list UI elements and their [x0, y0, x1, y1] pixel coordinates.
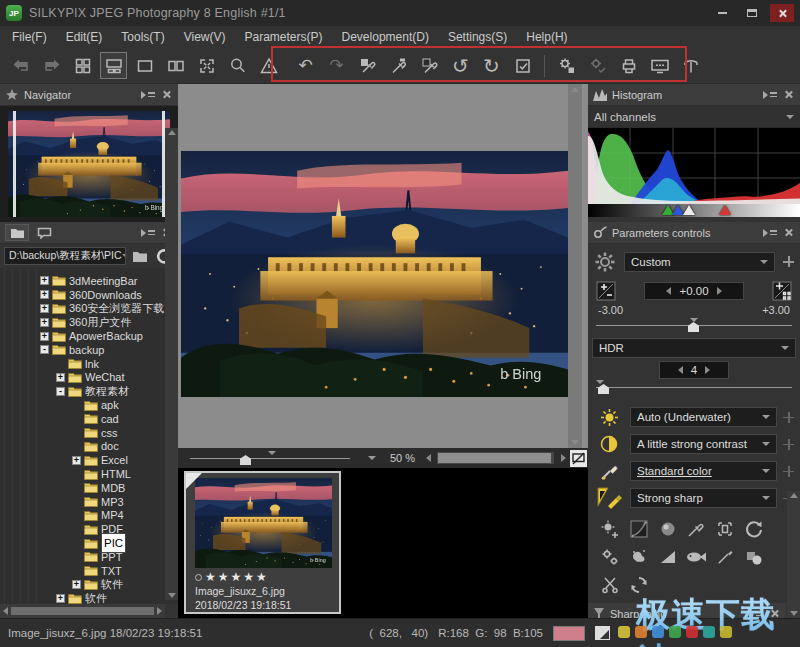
taste-select[interactable]: Custom — [624, 252, 775, 272]
white-balance-tool-button[interactable] — [385, 52, 412, 79]
pan-right-button[interactable] — [556, 450, 570, 466]
channel-select[interactable]: All channels — [588, 106, 800, 128]
dynamic-range-select[interactable]: HDR — [592, 338, 796, 358]
panel-close-icon[interactable] — [784, 228, 793, 237]
tree-expander[interactable]: - — [40, 345, 49, 354]
tone-curve-tool-button[interactable] — [625, 515, 653, 543]
tree-item[interactable]: + Excel — [0, 453, 178, 467]
noise-reduction-tool-button[interactable] — [625, 543, 653, 571]
thumbnail-view-button[interactable] — [69, 52, 96, 79]
ev-slider[interactable] — [596, 317, 792, 333]
spotting-tool-button[interactable] — [596, 571, 624, 599]
rotate-left-button[interactable]: ↺ — [447, 52, 474, 79]
rating-row[interactable]: ★★★★★ — [195, 571, 330, 583]
tree-item[interactable]: + 360Downloads — [0, 288, 178, 302]
dust-removal-tool-button[interactable] — [682, 515, 710, 543]
shapes-tool-button[interactable] — [740, 543, 768, 571]
redo-button[interactable]: ↷ — [323, 52, 350, 79]
zoom-dropdown-button[interactable] — [362, 450, 382, 466]
panel-menu-icon[interactable] — [763, 227, 779, 239]
add-taste-button[interactable] — [783, 256, 794, 267]
previous-image-button[interactable] — [7, 52, 34, 79]
panel-menu-icon[interactable] — [141, 227, 157, 239]
panel-close-icon[interactable] — [162, 90, 171, 99]
tree-horizontal-scrollbar[interactable] — [0, 604, 165, 618]
tree-item[interactable]: cad — [0, 412, 178, 426]
pan-left-button[interactable] — [421, 450, 435, 466]
tree-item[interactable]: HTML — [0, 467, 178, 481]
tree-expander[interactable]: + — [40, 332, 49, 341]
hdr-slider[interactable] — [596, 379, 792, 395]
tree-expander[interactable]: + — [40, 276, 49, 285]
rotate-right-button[interactable]: ↻ — [478, 52, 505, 79]
tree-item[interactable]: + 软件 — [0, 578, 178, 592]
folder-tab[interactable] — [5, 224, 29, 241]
trimming-tool-button[interactable] — [711, 515, 739, 543]
crop-guide-right[interactable] — [162, 111, 165, 217]
rotation-tool-button[interactable] — [740, 515, 768, 543]
auto-exposure-icon[interactable] — [772, 281, 792, 301]
tree-item[interactable]: - 教程素材 — [0, 384, 178, 398]
hdr-slider-thumb[interactable] — [598, 384, 609, 394]
tree-item[interactable]: MDB — [0, 481, 178, 495]
exposure-tool-button[interactable] — [596, 515, 624, 543]
loupe-button[interactable] — [224, 52, 251, 79]
tree-item[interactable]: doc — [0, 440, 178, 454]
color-select[interactable]: Standard color — [630, 461, 777, 481]
white-marker[interactable] — [683, 205, 695, 215]
filmstrip-thumbnail-image[interactable] — [195, 478, 332, 568]
open-folder-button[interactable] — [130, 247, 150, 265]
add-color-button[interactable] — [783, 466, 794, 477]
tree-item[interactable]: + ApowerBackup — [0, 329, 178, 343]
next-image-button[interactable] — [38, 52, 65, 79]
spin-down-icon[interactable] — [666, 287, 671, 295]
ev-spinner[interactable]: +0.00 — [644, 282, 744, 300]
display-settings-button[interactable] — [646, 52, 673, 79]
mark-checkbox-button[interactable] — [509, 52, 536, 79]
warning-display-button[interactable] — [255, 52, 282, 79]
preview-area[interactable] — [178, 84, 588, 448]
comment-tab[interactable] — [32, 224, 56, 241]
menu-item[interactable]: Edit(E) — [66, 30, 103, 44]
customize-button[interactable] — [677, 52, 704, 79]
tree-expander[interactable]: + — [72, 580, 81, 589]
print-button[interactable] — [615, 52, 642, 79]
tree-item[interactable]: + 软件 — [0, 591, 178, 604]
tree-item[interactable]: TXT — [0, 564, 178, 578]
zoom-slider-thumb[interactable] — [240, 455, 251, 465]
spin-down-icon[interactable] — [678, 366, 683, 374]
preview-view-button[interactable] — [131, 52, 158, 79]
tree-item[interactable]: + 3dMeetingBar — [0, 274, 178, 288]
tree-item[interactable]: PIC — [0, 536, 178, 550]
tree-expander[interactable]: + — [56, 373, 65, 382]
menu-item[interactable]: Parameters(P) — [245, 30, 323, 44]
menu-item[interactable]: Help(H) — [526, 30, 567, 44]
tree-item[interactable]: MP4 — [0, 509, 178, 523]
skin-color-tool-button[interactable] — [416, 52, 443, 79]
navigator-thumbnail[interactable] — [8, 111, 170, 217]
zoom-slider[interactable] — [190, 451, 350, 465]
scrollbar-thumb[interactable] — [11, 607, 154, 615]
tree-item[interactable]: MP3 — [0, 495, 178, 509]
reserve-development-button[interactable] — [584, 52, 611, 79]
folder-path-select[interactable]: D:\backup\教程素材\PIC — [4, 247, 126, 265]
highlight-tool-button[interactable] — [654, 543, 682, 571]
soft-focus-tool-button[interactable] — [654, 515, 682, 543]
tree-expander[interactable]: + — [40, 290, 49, 299]
filmstrip-thumbnail-card[interactable]: ★★★★★ Image_jisuxz_6.jpg 2018/02/23 19:1… — [184, 471, 341, 614]
tree-item[interactable]: lnk — [0, 357, 178, 371]
tree-item[interactable]: - backup — [0, 343, 178, 357]
rating-stars[interactable]: ★★★★★ — [205, 571, 269, 583]
spin-up-icon[interactable] — [705, 366, 710, 374]
preview-photo[interactable] — [181, 151, 568, 397]
minimize-button[interactable] — [710, 4, 734, 22]
tree-item[interactable]: apk — [0, 398, 178, 412]
combination-view-button[interactable] — [100, 52, 127, 79]
red-marker[interactable] — [719, 205, 731, 215]
menu-item[interactable]: Tools(T) — [121, 30, 164, 44]
menu-item[interactable]: Settings(S) — [448, 30, 507, 44]
tree-item[interactable]: PPT — [0, 550, 178, 564]
spin-up-icon[interactable] — [717, 287, 722, 295]
undo-button[interactable]: ↶ — [292, 52, 319, 79]
panel-close-icon[interactable] — [784, 90, 793, 99]
